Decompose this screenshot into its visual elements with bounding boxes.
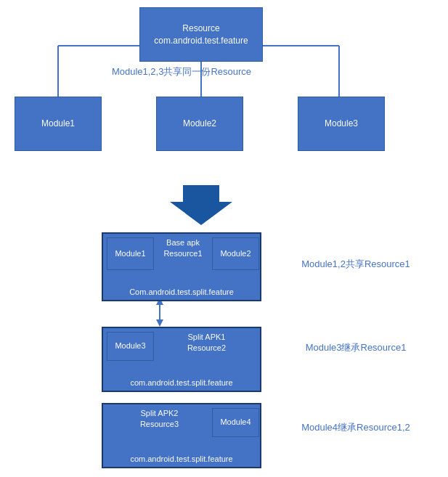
split-apk1-module3-inner: Module3 (107, 332, 154, 361)
annotation-shared-resource: Module1,2,3共享同一份Resource (94, 65, 269, 78)
base-apk-outer-box: Module1 Module2 Base apk Resource1 Com.a… (102, 232, 261, 301)
split-apk2-center-label: Split APK2 Resource3 (107, 408, 212, 431)
module3-box: Module3 (298, 97, 385, 151)
resource-box: Resource com.android.test.feature (139, 7, 263, 62)
annotation-inherit-resource1: Module3继承Resource1 (283, 341, 428, 354)
split-apk1-outer-box: Module3 Split APK1 Resource2 com.android… (102, 327, 261, 392)
module1-label: Module1 (41, 118, 75, 130)
resource-label1: Resource (182, 23, 219, 35)
split-apk1-center-label: Split APK1 Resource2 (154, 332, 259, 354)
annotation-inherit-resource12: Module4继承Resource1,2 (283, 421, 428, 434)
diagram: Resource com.android.test.feature Module… (0, 0, 448, 477)
split-apk1-bottom-label: com.android.test.split.feature (103, 378, 260, 387)
resource-label2: com.android.test.feature (154, 35, 248, 47)
base-module2-inner: Module2 (212, 237, 259, 270)
split-apk2-bottom-label: com.android.test.split.feature (103, 454, 260, 463)
base-apk-bottom-label: Com.android.test.split.feature (103, 288, 260, 296)
base-module1-inner: Module1 (107, 237, 154, 270)
svg-marker-8 (170, 185, 232, 225)
module3-label: Module3 (325, 118, 358, 130)
module1-box: Module1 (15, 97, 102, 151)
split-apk2-outer-box: Split APK2 Resource3 Module4 com.android… (102, 403, 261, 468)
module2-label: Module2 (183, 118, 216, 130)
split-apk2-module4-inner: Module4 (212, 408, 259, 437)
module2-box: Module2 (156, 97, 243, 151)
svg-marker-14 (156, 319, 163, 327)
annotation-shared-resource1: Module1,2共享Resource1 (283, 258, 428, 271)
base-apk-center-label: Base apk Resource1 (154, 237, 212, 260)
